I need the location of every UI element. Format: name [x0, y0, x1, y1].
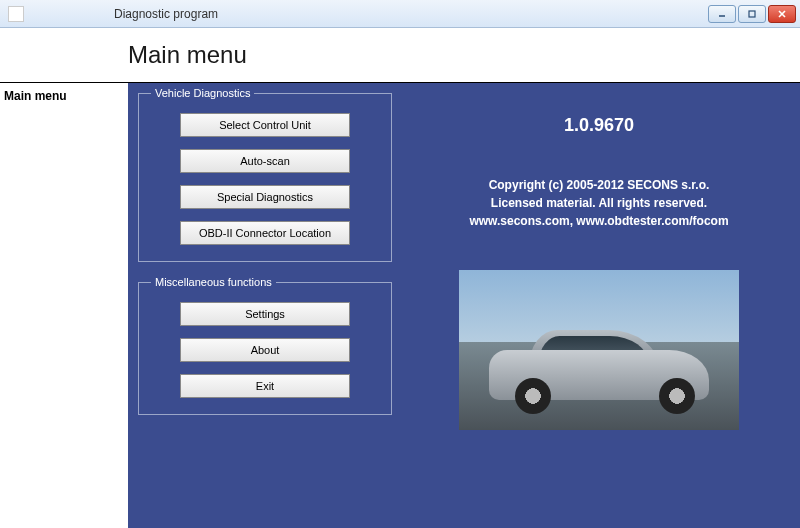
copyright-block: Copyright (c) 2005-2012 SECONS s.r.o. Li…: [408, 176, 790, 230]
vehicle-diagnostics-legend: Vehicle Diagnostics: [151, 87, 254, 99]
select-control-unit-button[interactable]: Select Control Unit: [180, 113, 350, 137]
window-controls: [708, 5, 796, 23]
app-icon: [8, 6, 24, 22]
window-title: Diagnostic program: [114, 7, 708, 21]
svg-rect-1: [749, 11, 755, 17]
page-title: Main menu: [128, 41, 247, 69]
about-button[interactable]: About: [180, 338, 350, 362]
copyright-line: www.secons.com, www.obdtester.com/focom: [408, 212, 790, 230]
misc-functions-group: Miscellaneous functions Settings About E…: [138, 276, 392, 415]
sidebar-item-main-menu[interactable]: Main menu: [0, 87, 128, 105]
maximize-icon: [747, 9, 757, 19]
vehicle-diagnostics-group: Vehicle Diagnostics Select Control Unit …: [138, 87, 392, 262]
titlebar: Diagnostic program: [0, 0, 800, 28]
close-icon: [777, 9, 787, 19]
minimize-icon: [717, 9, 727, 19]
sidebar: Main menu: [0, 83, 128, 528]
auto-scan-button[interactable]: Auto-scan: [180, 149, 350, 173]
main-panel: Vehicle Diagnostics Select Control Unit …: [128, 83, 800, 528]
settings-button[interactable]: Settings: [180, 302, 350, 326]
obd-connector-location-button[interactable]: OBD-II Connector Location: [180, 221, 350, 245]
vehicle-image: [459, 270, 739, 430]
exit-button[interactable]: Exit: [180, 374, 350, 398]
minimize-button[interactable]: [708, 5, 736, 23]
left-column: Vehicle Diagnostics Select Control Unit …: [138, 87, 392, 518]
copyright-line: Copyright (c) 2005-2012 SECONS s.r.o.: [408, 176, 790, 194]
close-button[interactable]: [768, 5, 796, 23]
special-diagnostics-button[interactable]: Special Diagnostics: [180, 185, 350, 209]
content: Main menu Vehicle Diagnostics Select Con…: [0, 83, 800, 528]
header: Main menu: [0, 28, 800, 83]
copyright-line: Licensed material. All rights reserved.: [408, 194, 790, 212]
right-column: 1.0.9670 Copyright (c) 2005-2012 SECONS …: [408, 87, 790, 518]
maximize-button[interactable]: [738, 5, 766, 23]
version-label: 1.0.9670: [408, 115, 790, 136]
misc-functions-legend: Miscellaneous functions: [151, 276, 276, 288]
